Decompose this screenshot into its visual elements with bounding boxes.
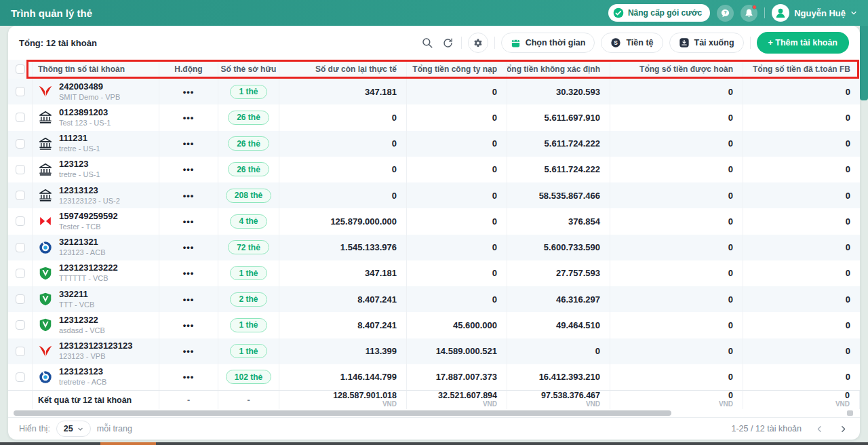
row-checkbox[interactable] <box>16 372 25 382</box>
app-header: Trình quản lý thẻ Nâng cấp gói cước ? Ng… <box>0 0 868 26</box>
column-header: Số dư còn lại thực tế <box>315 64 397 74</box>
fb-paid-value: 0 <box>846 113 850 123</box>
row-actions-button[interactable]: ••• <box>182 85 196 98</box>
refunded-amount-value: 0 <box>728 320 733 330</box>
table-row[interactable]: 332211 TTT - VCB ••• 2 thẻ 8.407.241 0 4… <box>8 286 860 312</box>
balance-value: 8.407.241 <box>357 320 397 330</box>
row-actions-button[interactable]: ••• <box>182 370 196 383</box>
account-subtitle: asdasd - VCB <box>59 326 105 335</box>
notification-dot <box>752 5 757 9</box>
select-all-checkbox[interactable] <box>16 64 25 74</box>
bank-logo-icon <box>38 188 53 203</box>
row-checkbox[interactable] <box>16 269 25 278</box>
card-count-badge: 72 thẻ <box>228 240 269 254</box>
notifications-button[interactable] <box>741 5 757 22</box>
row-actions-button[interactable]: ••• <box>182 241 196 254</box>
account-number: 242003489 <box>59 82 120 92</box>
row-checkbox[interactable] <box>16 320 25 330</box>
row-checkbox[interactable] <box>16 243 25 252</box>
currency-label: Tiền tệ <box>626 38 653 47</box>
add-account-button[interactable]: + Thêm tài khoản <box>757 32 849 54</box>
fb-paid-value: 0 <box>846 268 850 278</box>
refunded-amount-value: 0 <box>728 87 733 97</box>
svg-text:?: ? <box>724 10 727 15</box>
chat-question-icon: ? <box>720 8 730 18</box>
table-row[interactable]: 242003489 SMIT Demo - VPB ••• 1 thẻ 347.… <box>8 79 860 104</box>
fb-paid-value: 0 <box>846 372 850 382</box>
svg-text:S: S <box>614 39 618 46</box>
table-row[interactable]: 123123123 tretretre - ACB ••• 102 thẻ 1.… <box>8 364 860 390</box>
column-header: Tổng tiền công ty nạp <box>412 64 497 74</box>
row-checkbox[interactable] <box>16 87 25 96</box>
company-topup-value: 0 <box>492 242 497 252</box>
account-subtitle: TTTTTT - VCB <box>59 274 118 283</box>
column-header: Thông tin số tài khoản <box>38 64 125 74</box>
table-row[interactable]: 12312322 asdasd - VCB ••• 1 thẻ 8.407.24… <box>8 312 860 338</box>
table-row[interactable]: 12313123 123123123 - US-2 ••• 208 thẻ 0 … <box>8 182 860 208</box>
previous-page-button[interactable] <box>814 423 825 435</box>
download-icon <box>679 37 690 48</box>
fb-paid-value: 0 <box>846 87 850 97</box>
row-checkbox[interactable] <box>16 139 25 149</box>
table-row[interactable]: 123123 tretre - US-1 ••• 26 thẻ 0 0 5.61… <box>8 157 860 182</box>
row-actions-button[interactable]: ••• <box>182 345 196 357</box>
search-icon <box>421 37 433 49</box>
card-count-badge: 1 thẻ <box>230 85 267 99</box>
account-number: 12312322 <box>59 315 105 326</box>
account-subtitle: 123123 - ACB <box>59 248 106 257</box>
row-checkbox[interactable] <box>16 191 25 200</box>
page-size-label: Hiển thị: <box>19 424 50 433</box>
row-checkbox[interactable] <box>16 294 25 304</box>
row-actions-button[interactable]: ••• <box>182 163 196 176</box>
column-header: Tổng số tiền đã t.toán FB <box>753 64 850 74</box>
account-number: 12313123 <box>59 186 120 196</box>
account-subtitle: tretretre - ACB <box>59 378 106 387</box>
unknown-amount-value: 5.611.724.222 <box>545 138 600 149</box>
card-count-badge: 208 thẻ <box>226 189 271 203</box>
table-row[interactable]: 123123123123123 123123 - VPB ••• 1 thẻ 1… <box>8 338 860 364</box>
company-topup-value: 14.589.000.521 <box>436 346 497 356</box>
vertical-scrollbar[interactable] <box>860 26 868 100</box>
chat-support-button[interactable]: ? <box>717 5 734 22</box>
download-button[interactable]: Tải xuống <box>669 33 744 53</box>
bell-icon <box>744 8 754 18</box>
card-toolbar: Tổng: 12 tài khoản <box>8 26 860 60</box>
table-row[interactable]: 123123123222 TTTTTT - VCB ••• 1 thẻ 347.… <box>8 260 860 286</box>
row-checkbox[interactable] <box>16 216 25 226</box>
table-row[interactable]: 32121321 123123 - ACB ••• 72 thẻ 1.545.1… <box>8 235 860 260</box>
row-actions-button[interactable]: ••• <box>182 215 196 228</box>
user-menu[interactable]: Nguyễn Huệ <box>772 4 857 22</box>
currency-button[interactable]: S Tiền tệ <box>601 33 663 53</box>
row-actions-button[interactable]: ••• <box>182 319 196 332</box>
table-row[interactable]: 111231 tretre - US-1 ••• 26 thẻ 0 0 5.61… <box>8 131 860 157</box>
card-count-badge: 102 thẻ <box>226 370 271 384</box>
row-actions-button[interactable]: ••• <box>182 137 196 150</box>
toolbar-divider <box>494 37 495 49</box>
horizontal-scrollbar[interactable] <box>14 410 671 416</box>
bank-logo-icon <box>38 344 53 359</box>
unknown-amount-value: 5.611.697.910 <box>545 113 600 123</box>
company-topup-value: 0 <box>492 164 497 174</box>
settings-button[interactable] <box>468 33 488 53</box>
company-topup-value: 0 <box>492 294 497 305</box>
table-row[interactable]: 159749259592 Tester - TCB ••• 4 thẻ 125.… <box>8 208 860 234</box>
upgrade-plan-button[interactable]: Nâng cấp gói cước <box>608 4 710 22</box>
card-count-badge: 2 thẻ <box>230 292 267 307</box>
row-checkbox[interactable] <box>16 165 25 174</box>
company-topup-value: 0 <box>492 216 497 227</box>
choose-time-button[interactable]: Chọn thời gian <box>501 33 595 53</box>
account-subtitle: SMIT Demo - VPB <box>59 93 120 102</box>
row-actions-button[interactable]: ••• <box>182 189 196 202</box>
bank-logo-icon <box>38 292 53 307</box>
page-size-select[interactable]: 25 <box>56 421 91 437</box>
toolbar-divider <box>750 37 751 49</box>
refresh-button[interactable] <box>441 36 455 50</box>
row-checkbox[interactable] <box>16 113 25 122</box>
search-button[interactable] <box>420 35 435 50</box>
next-page-button[interactable] <box>837 423 849 435</box>
row-actions-button[interactable]: ••• <box>182 111 196 124</box>
row-checkbox[interactable] <box>16 347 25 356</box>
row-actions-button[interactable]: ••• <box>182 293 196 306</box>
table-row[interactable]: 0123891203 Test 123 - US-1 ••• 26 thẻ 0 … <box>8 104 860 130</box>
row-actions-button[interactable]: ••• <box>182 267 196 279</box>
